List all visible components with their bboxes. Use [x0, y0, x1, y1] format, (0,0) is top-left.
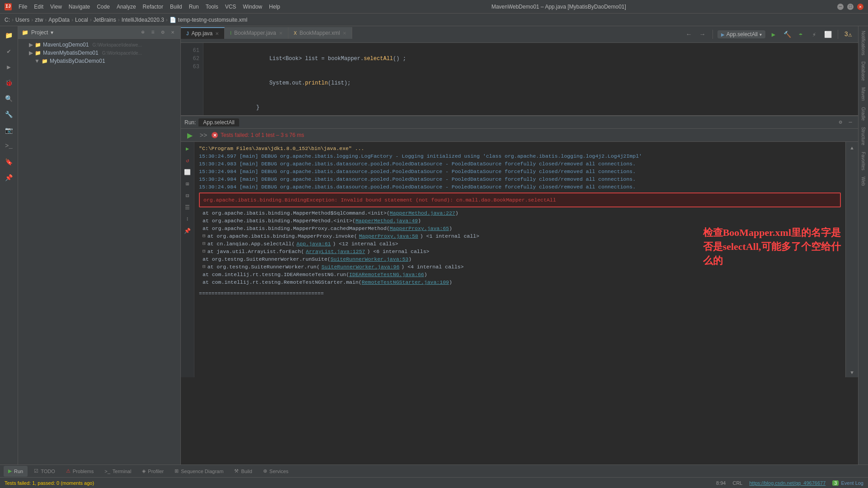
collapse-icon[interactable]: ⊟ — [203, 240, 206, 248]
scroll-down-button[interactable]: ▼ — [848, 368, 857, 377]
build-button[interactable]: 🔨 — [782, 29, 793, 40]
sidebar-debug-icon[interactable]: 🐞 — [2, 76, 16, 89]
stack-link-6[interactable]: ArrayList.java:1257 — [306, 248, 365, 255]
bottom-tab-run[interactable]: ▶ Run — [4, 466, 28, 477]
collapse-icon[interactable]: ⊟ — [203, 263, 206, 271]
project-close-icon[interactable]: ✕ — [169, 28, 177, 37]
sidebar-pin-icon[interactable]: 📌 — [2, 171, 16, 184]
breadcrumb-item[interactable]: JetBrains — [94, 17, 116, 23]
code-content[interactable]: List<Book> list = bookMapper.selectAll()… — [203, 43, 858, 115]
sidebar-database-label[interactable]: Database — [860, 59, 867, 84]
maximize-button[interactable]: □ — [847, 4, 854, 10]
tree-item-mavenmybatisdemo01[interactable]: ▶ 📁 MavenMybatisDemo01 G:\Workspace\Ide.… — [18, 49, 180, 57]
menu-run[interactable]: Run — [189, 4, 199, 10]
menu-help[interactable]: Help — [269, 4, 280, 10]
breadcrumb-item[interactable]: Local — [75, 17, 88, 23]
tab-bookmapper-java[interactable]: I BookMapper.java ✕ — [225, 27, 288, 39]
stack-link-9[interactable]: IDEARemoteTestNG.java:66 — [349, 272, 424, 277]
sort-button[interactable]: ↕ — [183, 214, 193, 224]
stack-link-8[interactable]: SuiteRunnerWorker.java:96 — [321, 263, 400, 271]
sidebar-tools-icon[interactable]: 🔧 — [2, 108, 16, 121]
menu-vcs[interactable]: VCS — [225, 4, 236, 10]
collapse-icon[interactable]: ⊟ — [203, 232, 206, 240]
coverage-button[interactable]: ☂ — [795, 29, 806, 40]
breadcrumb-item[interactable]: temp-testng-customsuite.xml — [178, 17, 247, 23]
menu-navigate[interactable]: Navigate — [69, 4, 90, 10]
sidebar-project-icon[interactable]: 📁 — [2, 28, 16, 42]
stop-button[interactable]: ⬜ — [822, 29, 833, 40]
project-collapse-icon[interactable]: ≡ — [149, 28, 157, 37]
breadcrumb-item[interactable]: IntelliJIdea2020.3 — [122, 17, 164, 23]
bottom-tab-todo[interactable]: ☑ TODO — [29, 466, 60, 477]
menu-window[interactable]: Window — [243, 4, 262, 10]
sidebar-maven-label[interactable]: Maven — [860, 84, 867, 103]
expand-all-button[interactable]: ⊞ — [183, 179, 193, 189]
menu-tools[interactable]: Tools — [206, 4, 218, 10]
sidebar-gradle-label[interactable]: Gradle — [860, 104, 867, 123]
close-button[interactable]: ✕ — [857, 4, 863, 10]
minimize-button[interactable]: — — [837, 4, 844, 10]
event-log-link[interactable]: 3 Event Log — [832, 480, 863, 486]
back-button[interactable]: ← — [684, 29, 694, 40]
menu-view[interactable]: View — [50, 4, 62, 10]
forward-button[interactable]: → — [697, 29, 708, 40]
stack-link-4[interactable]: MapperProxy.java:58 — [359, 232, 418, 240]
stop-run-button[interactable]: ⬜ — [183, 167, 193, 177]
pin-button[interactable]: 📌 — [183, 226, 193, 236]
run-button[interactable]: ▶ — [768, 29, 779, 40]
tab-close-button[interactable]: ✕ — [279, 31, 283, 36]
menu-code[interactable]: Code — [97, 4, 110, 10]
sidebar-camera-icon[interactable]: 📷 — [2, 123, 16, 137]
menu-edit[interactable]: Edit — [34, 4, 43, 10]
bottom-tab-terminal[interactable]: >_ Terminal — [100, 466, 136, 477]
collapse-all-button[interactable]: ⊟ — [183, 191, 193, 201]
re-run-button[interactable]: ▶ — [184, 130, 195, 141]
breadcrumb-item[interactable]: ztw — [35, 17, 43, 23]
profile-button[interactable]: ⚡ — [809, 29, 820, 40]
rerun-icon[interactable]: >> — [198, 130, 209, 141]
sidebar-structure-label[interactable]: Structure — [860, 124, 867, 148]
breadcrumb-item[interactable]: AppData — [48, 17, 70, 23]
tree-item-mavenlogdemo01[interactable]: ▶ 📁 MavenLogDemo01 G:\Workspace\Idea\we.… — [18, 41, 180, 49]
run-again-button[interactable]: ▶ — [183, 144, 193, 154]
bottom-tab-build[interactable]: ⚒ Build — [230, 466, 256, 477]
run-minimize-icon[interactable]: — — [846, 118, 854, 127]
project-dropdown-arrow[interactable]: ▾ — [51, 29, 53, 36]
tab-close-button[interactable]: ✕ — [215, 31, 219, 36]
bottom-tab-profiler[interactable]: ◈ Profiler — [137, 466, 168, 477]
bottom-tab-services[interactable]: ⊕ Services — [259, 466, 293, 477]
run-settings-icon[interactable]: ⚙ — [836, 118, 844, 127]
breadcrumb-item[interactable]: Users — [15, 17, 29, 23]
project-add-icon[interactable]: ⊕ — [139, 28, 147, 37]
bottom-tab-sequence[interactable]: ⊞ Sequence Diagram — [170, 466, 228, 477]
menu-analyze[interactable]: Analyze — [117, 4, 136, 10]
scroll-up-button[interactable]: ▲ — [848, 144, 857, 153]
stack-link-7[interactable]: SuiteRunnerWorker.java:53 — [330, 256, 409, 262]
sidebar-commit-icon[interactable]: ✔ — [2, 44, 16, 58]
stack-link-1[interactable]: MapperMethod.java:227 — [390, 210, 455, 216]
sidebar-bookmark-icon[interactable]: 🔖 — [2, 155, 16, 169]
sidebar-notifications-label[interactable]: Notifications — [860, 28, 867, 58]
sidebar-run-icon[interactable]: ▶ — [2, 60, 16, 74]
tree-item-mybatisbydaodemo01[interactable]: ▼ 📁 MybatisByDaoDemo01 — [18, 57, 180, 65]
project-settings-icon[interactable]: ⚙ — [159, 28, 167, 37]
run-config-selector[interactable]: ▶ App.selectAll ▾ — [717, 30, 765, 38]
url-link[interactable]: https://blog.csdn.net/qq_49676677 — [749, 480, 826, 486]
sidebar-search-icon[interactable]: 🔍 — [2, 92, 16, 105]
tab-close-button[interactable]: ✕ — [343, 31, 346, 36]
sidebar-web-label[interactable]: Web — [860, 174, 867, 188]
bottom-tab-problems[interactable]: ⚠ Problems — [61, 466, 98, 477]
menu-refactor[interactable]: Refactor — [143, 4, 163, 10]
sidebar-favorites-label[interactable]: Favorites — [860, 149, 867, 173]
cursor-position[interactable]: 8:94 — [716, 480, 726, 486]
run-panel-tab[interactable]: App.selectAll — [198, 118, 239, 127]
filter-button[interactable]: ☰ — [183, 202, 193, 212]
rerun-failed-button[interactable]: ↺ — [183, 155, 193, 165]
menu-build[interactable]: Build — [170, 4, 182, 10]
tab-app-java[interactable]: J App.java ✕ — [181, 27, 225, 39]
tab-bookmapper-xml[interactable]: X BookMapper.xml ✕ — [288, 27, 352, 39]
menu-file[interactable]: File — [19, 4, 27, 10]
stack-link-3[interactable]: MapperProxy.java:65 — [390, 225, 449, 231]
line-ending[interactable]: CRL — [732, 480, 742, 486]
stack-link-5[interactable]: App.java:61 — [297, 240, 331, 248]
